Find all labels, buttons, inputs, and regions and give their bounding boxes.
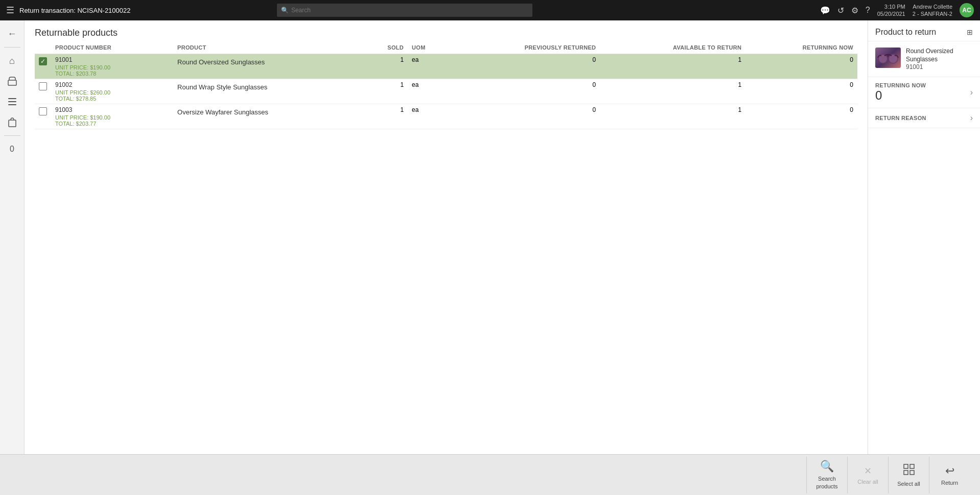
topbar-avatar[interactable]: AC xyxy=(960,3,974,17)
settings-icon[interactable]: ⚙ xyxy=(851,6,858,15)
row-previously-returned: 0 xyxy=(593,106,596,113)
refresh-icon[interactable]: ↺ xyxy=(837,6,844,15)
row-product-number-cell: 91001 UNIT PRICE: $190.00 TOTAL: $203.78 xyxy=(51,54,173,79)
row-returning-now-cell: 0 xyxy=(745,79,857,104)
search-products-icon: 🔍 xyxy=(820,460,834,473)
row-uom-cell: ea xyxy=(408,54,449,79)
topbar-search-wrapper: 🔍 xyxy=(277,4,532,17)
sidebar-home-icon[interactable]: ⌂ xyxy=(2,52,22,70)
topbar-search-icon: 🔍 xyxy=(281,7,289,14)
bottombar: 🔍 Searchproducts ✕ Clear all Select all … xyxy=(0,454,980,495)
return-reason-row[interactable]: RETURN REASON › xyxy=(868,108,980,128)
sidebar-bag-icon[interactable] xyxy=(2,113,22,131)
returning-now-value: 0 xyxy=(875,88,926,103)
product-preview: Round Oversized Sunglasses 91001 xyxy=(868,41,980,77)
select-all-button[interactable]: Select all xyxy=(888,457,929,493)
row-checkbox[interactable] xyxy=(39,82,47,90)
table-row[interactable]: ✓ 91001 UNIT PRICE: $190.00 TOTAL: $203.… xyxy=(35,54,857,79)
row-sold: 1 xyxy=(400,81,404,88)
row-available-to-return: 1 xyxy=(738,56,741,63)
row-total: TOTAL: $278.85 xyxy=(55,96,169,102)
svg-rect-11 xyxy=(904,470,908,475)
main-layout: ← ⌂ 0 Returnable products PRODUCT N xyxy=(0,20,980,454)
row-unit-price: UNIT PRICE: $190.00 xyxy=(55,64,169,70)
return-reason-label: RETURN REASON xyxy=(875,115,926,121)
topbar-username: Andrew Collette xyxy=(913,3,952,10)
return-button[interactable]: ↩ Return xyxy=(929,457,970,493)
returning-now-chevron-icon: › xyxy=(970,88,973,97)
topbar-store: 2 - SANFRAN-2 xyxy=(913,10,952,17)
topbar: ☰ Return transaction: NCISAN-2100022 🔍 💬… xyxy=(0,0,980,20)
row-unit-price: UNIT PRICE: $190.00 xyxy=(55,114,169,121)
clear-all-icon: ✕ xyxy=(864,465,872,477)
row-previously-returned-cell: 0 xyxy=(449,104,600,129)
return-label: Return xyxy=(941,480,958,486)
returning-now-row[interactable]: RETURNING NOW 0 › xyxy=(868,77,980,108)
row-returning-now-cell: 0 xyxy=(745,54,857,79)
topbar-icons: 💬 ↺ ⚙ ? 3:10 PM 05/20/2021 Andrew Collet… xyxy=(820,3,974,18)
sidebar-list-icon[interactable] xyxy=(2,92,22,111)
col-checkbox xyxy=(35,41,51,54)
col-uom: UOM xyxy=(408,41,449,54)
row-uom-cell: ea xyxy=(408,79,449,104)
right-panel-expand-icon[interactable]: ⊞ xyxy=(967,28,973,36)
search-products-button[interactable]: 🔍 Searchproducts xyxy=(806,457,847,493)
row-product-number-cell: 91002 UNIT PRICE: $260.00 TOTAL: $278.85 xyxy=(51,79,173,104)
svg-rect-3 xyxy=(8,104,16,105)
return-icon: ↩ xyxy=(945,464,954,478)
row-sold-cell: 1 xyxy=(361,54,408,79)
clear-all-button[interactable]: ✕ Clear all xyxy=(847,457,888,493)
table-row[interactable]: 91003 UNIT PRICE: $190.00 TOTAL: $203.77… xyxy=(35,104,857,129)
row-product-name: Oversize Wayfarer Sunglasses xyxy=(177,106,357,116)
row-available-to-return: 1 xyxy=(738,81,741,88)
row-previously-returned: 0 xyxy=(593,81,596,88)
return-reason-chevron-icon: › xyxy=(970,113,973,123)
chat-icon[interactable]: 💬 xyxy=(820,6,830,15)
row-checkbox-cell[interactable] xyxy=(35,79,51,104)
page-header: Returnable products xyxy=(25,20,868,41)
col-sold: SOLD xyxy=(361,41,408,54)
row-checkbox[interactable]: ✓ xyxy=(39,57,47,65)
svg-rect-10 xyxy=(910,464,914,468)
row-product-number: 91002 xyxy=(55,81,169,88)
help-icon[interactable]: ? xyxy=(866,6,870,15)
row-available-to-return: 1 xyxy=(738,106,741,113)
row-product-name: Round Oversized Sunglasses xyxy=(177,56,357,66)
row-checkbox[interactable] xyxy=(39,107,47,115)
products-table-container: PRODUCT NUMBER PRODUCT SOLD UOM PREVIOUS… xyxy=(25,41,868,454)
clear-all-label: Clear all xyxy=(857,479,878,485)
row-uom-cell: ea xyxy=(408,104,449,129)
row-returning-now: 0 xyxy=(850,106,853,113)
col-returning-now: RETURNING NOW xyxy=(745,41,857,54)
search-products-label: Searchproducts xyxy=(816,475,837,490)
row-checkbox-cell[interactable]: ✓ xyxy=(35,54,51,79)
row-product-name-cell: Oversize Wayfarer Sunglasses xyxy=(173,104,361,129)
row-checkbox-cell[interactable] xyxy=(35,104,51,129)
row-sold: 1 xyxy=(400,56,404,63)
row-uom: ea xyxy=(412,81,418,88)
row-previously-returned-cell: 0 xyxy=(449,79,600,104)
col-previously-returned: PREVIOUSLY RETURNED xyxy=(449,41,600,54)
row-product-name-cell: Round Wrap Style Sunglasses xyxy=(173,79,361,104)
row-sold-cell: 1 xyxy=(361,104,408,129)
row-unit-price: UNIT PRICE: $260.00 xyxy=(55,89,169,96)
product-info: Round Oversized Sunglasses 91001 xyxy=(906,48,973,70)
products-table: PRODUCT NUMBER PRODUCT SOLD UOM PREVIOUS… xyxy=(35,41,857,129)
table-row[interactable]: 91002 UNIT PRICE: $260.00 TOTAL: $278.85… xyxy=(35,79,857,104)
col-available-to-return: AVAILABLE TO RETURN xyxy=(600,41,745,54)
return-reason-section: RETURN REASON xyxy=(875,115,926,121)
row-sold-cell: 1 xyxy=(361,79,408,104)
table-header: PRODUCT NUMBER PRODUCT SOLD UOM PREVIOUS… xyxy=(35,41,857,54)
row-sold: 1 xyxy=(400,106,404,113)
menu-icon[interactable]: ☰ xyxy=(6,5,14,16)
sidebar-divider-2 xyxy=(4,135,20,136)
sidebar-back-button[interactable]: ← xyxy=(2,25,22,43)
row-available-to-return-cell: 1 xyxy=(600,104,745,129)
svg-rect-1 xyxy=(8,98,16,99)
row-previously-returned: 0 xyxy=(593,56,596,63)
topbar-search-input[interactable] xyxy=(277,4,532,17)
page-title: Returnable products xyxy=(35,28,118,38)
row-previously-returned-cell: 0 xyxy=(449,54,600,79)
row-available-to-return-cell: 1 xyxy=(600,79,745,104)
sidebar-store-icon[interactable] xyxy=(2,72,22,90)
